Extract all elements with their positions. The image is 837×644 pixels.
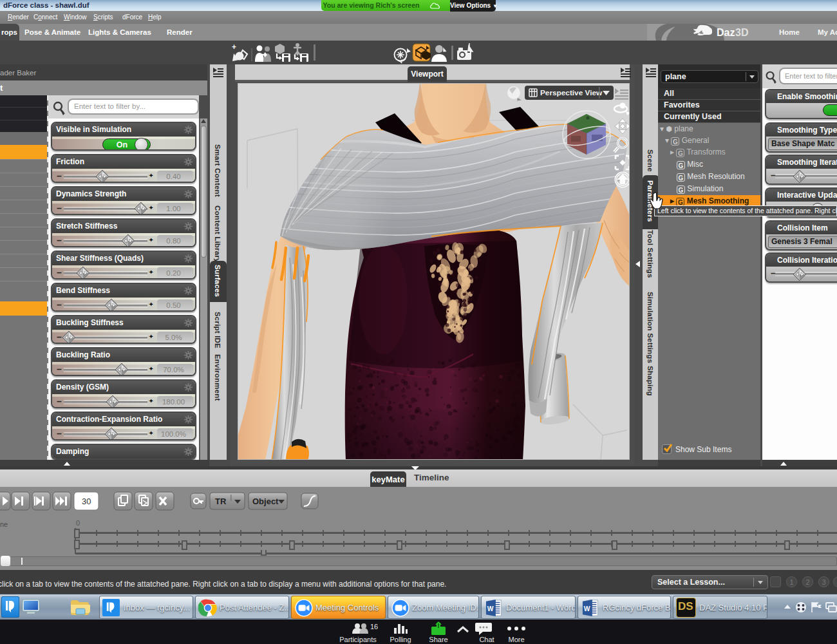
svg-text:My Ac: My Ac (818, 28, 837, 36)
svg-text:Daz: Daz (717, 27, 735, 38)
svg-text:+: + (232, 43, 236, 52)
svg-text:W: W (584, 605, 590, 612)
svg-text:Home: Home (779, 28, 800, 36)
svg-text:16: 16 (370, 623, 378, 630)
svg-text:TR: TR (215, 497, 227, 506)
svg-text:3D: 3D (735, 27, 748, 38)
svg-text:Perspective View: Perspective View (540, 88, 603, 97)
svg-text:W: W (487, 605, 494, 612)
svg-text:30: 30 (82, 497, 91, 506)
svg-text:Object: Object (252, 497, 279, 506)
